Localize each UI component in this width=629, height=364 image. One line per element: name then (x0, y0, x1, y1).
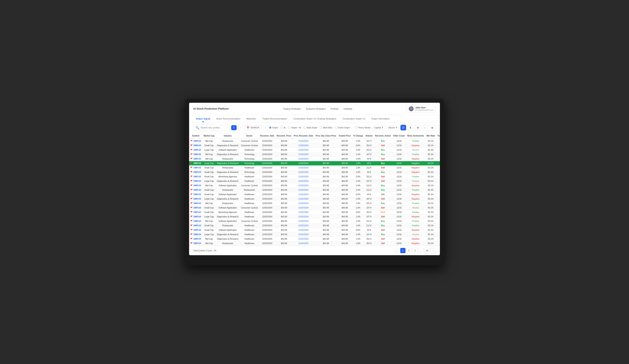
cell-market-cap: Large Cap (202, 197, 216, 201)
cell-killer-count: 12/16 (392, 148, 406, 152)
table-row[interactable]: 🚩 DMP.AX Mid Cap Diagnostics & Research … (189, 152, 440, 156)
nav-portfolio[interactable]: Portfolio (331, 108, 339, 110)
table-row[interactable]: 🚩 DMP.AX Large Cap Diagnostics & Researc… (189, 197, 440, 201)
tab-sniper-information[interactable]: Sniper Information (368, 115, 392, 122)
user-info[interactable]: JD John Doe johndoe@xyzweb.com (407, 105, 436, 113)
prev-date-link[interactable]: 21/02/2024 (298, 198, 309, 200)
table-row[interactable]: 🚩 DMP.AX Large Cap Diagnostics & Researc… (189, 214, 440, 219)
cell-market-cap: Small Cap (202, 192, 216, 197)
filter-button[interactable]: ⚙ (415, 125, 421, 130)
table-row[interactable]: 🚩 DMP.AX Large Cap Software Application … (189, 148, 440, 152)
date-picker[interactable]: 📅 06/06/24 (244, 125, 262, 130)
tab-sniper-signal[interactable]: Sniper Signal (193, 115, 213, 122)
table-row[interactable]: 🚩 DMP.AX Small Cap Software Application … (189, 192, 440, 197)
radio-ai[interactable]: Ai (281, 126, 286, 129)
prev-date-link[interactable]: 21/02/2024 (298, 144, 309, 147)
radio-sniper[interactable]: Sniper (269, 126, 278, 129)
radio-sniper-ai[interactable]: Sniper + Ai (288, 126, 301, 129)
prev-date-link[interactable]: 21/02/2024 (298, 158, 309, 160)
prev-date-link[interactable]: 21/02/2024 (298, 180, 309, 182)
table-row[interactable]: 🚩 DMP.AX Large Cap Diagnostics & Researc… (189, 179, 440, 183)
table-row[interactable]: 🚩 DMP.AX Small Cap Diagnostics & Researc… (189, 170, 440, 174)
cell-killer-count: 12/16 (392, 219, 406, 223)
table-row[interactable]: 🚩 DMP.AX Mid Cap Diagnostics & Research … (189, 237, 440, 241)
prev-date-link[interactable]: 21/02/2024 (298, 216, 309, 218)
table-view-button[interactable]: ☰ (400, 125, 406, 130)
page-1-button[interactable]: 1 (400, 248, 406, 253)
page-last-button[interactable]: 99 (425, 248, 430, 253)
prev-date-link[interactable]: 21/02/2024 (298, 140, 309, 142)
prev-date-link[interactable]: 21/02/2024 (298, 149, 309, 151)
cell-killer-count: 12/16 (392, 223, 406, 228)
radio-multi-killer[interactable]: Multi Killer (320, 126, 332, 129)
cell-industry: Restaurants (216, 201, 240, 206)
prev-date-link[interactable]: 21/02/2024 (298, 238, 309, 240)
cell-total-return: 1.0% (436, 237, 440, 241)
prev-date-link[interactable]: 21/02/2024 (298, 189, 309, 191)
tab-combination-sniper-v1[interactable]: Combination Sniper V1 (Trading Strategie… (291, 115, 339, 122)
prev-date-link[interactable]: 21/02/2024 (298, 162, 309, 164)
stocks-dropdown[interactable]: Stocks ▾ (386, 125, 399, 130)
prev-date-link[interactable]: 21/02/2024 (298, 220, 309, 222)
table-row[interactable]: 🚩 DMP.AX Small Cap Software Application … (189, 206, 440, 210)
tab-combination-sniper-v2[interactable]: Combination Sniper V2 (339, 115, 368, 122)
page-3-button[interactable]: 3 (412, 248, 418, 253)
prev-date-link[interactable]: 21/02/2024 (298, 242, 309, 244)
table-row[interactable]: 🚩 DMP.AX Large Cap Diagnostics & Researc… (189, 161, 440, 165)
table-row[interactable]: 🚩 DMP.AX Mid Cap Restaurants Technology … (189, 156, 440, 161)
table-row[interactable]: 🚩 DMP.AX Small Cap Restaurants Healthcar… (189, 223, 440, 228)
refresh-button[interactable]: ↻ (231, 125, 237, 130)
prev-date-link[interactable]: 21/02/2024 (298, 153, 309, 155)
prev-date-button[interactable]: ‹ (238, 125, 243, 130)
radio-multi-sniper[interactable]: Multi Sniper (304, 126, 317, 129)
radio-active-sniper[interactable]: Active Sniper → (335, 126, 353, 129)
sort-button[interactable]: ↕ (422, 125, 428, 130)
radio-penny-stocks[interactable]: Penny Stocks (355, 126, 370, 129)
prev-date-link[interactable]: 21/02/2024 (298, 167, 309, 169)
table-row[interactable]: 🚩 DMP.AX Mid Cap Software Application Co… (189, 219, 440, 223)
prev-date-link[interactable]: 21/02/2024 (298, 229, 309, 231)
tab-maturities[interactable]: Maturities (244, 115, 259, 122)
prev-date-link[interactable]: 21/02/2024 (298, 202, 309, 204)
table-row[interactable]: 🚩 DMP.AX Large Cap Diagnostics & Researc… (189, 232, 440, 237)
grid-button[interactable]: ⊞ (430, 125, 435, 130)
next-page-button[interactable]: › (431, 248, 436, 253)
prev-page-button[interactable]: ‹ (394, 248, 399, 253)
prev-date-link[interactable]: 21/02/2024 (298, 207, 309, 209)
prev-date-link[interactable]: 21/02/2024 (298, 171, 309, 173)
page-2-button[interactable]: 2 (406, 248, 412, 253)
nav-trading-strategies[interactable]: Trading Strategies (283, 108, 301, 110)
cell-volume: 251 K (364, 148, 374, 152)
table-row[interactable]: 🚩 DMP.AX Small Cap Software Application … (189, 228, 440, 232)
cell-prev-close-price: $43.98 (314, 232, 337, 237)
table-row[interactable]: 🚩 DMP.AX Mid Cap Restaurants Consumer Cy… (189, 139, 440, 143)
capital-dropdown[interactable]: Capital ▾ (372, 125, 385, 130)
next-date-button[interactable]: › (263, 125, 268, 130)
cell-sentiment: Negative (406, 197, 425, 201)
download-button[interactable]: ⬇ (408, 125, 413, 130)
cell-sentiment: Positive (406, 219, 425, 223)
prev-date-link[interactable]: 21/02/2024 (298, 193, 309, 196)
table-row[interactable]: 🚩 DMP.AX Small Cap Restaurants Restauran… (189, 188, 440, 192)
tab-traded-recommendation[interactable]: Traded Recommendation (259, 115, 290, 122)
tab-active-recommendation[interactable]: Active Recommendation (213, 115, 243, 122)
table-row[interactable]: 🚩 DMP.AX Small Cap Advertising Agencies … (189, 174, 440, 179)
nav-analyzed-strategies[interactable]: Analyzed Strategies (306, 108, 326, 110)
prev-date-link[interactable]: 21/02/2024 (298, 211, 309, 213)
nav-holdings[interactable]: Holdings (344, 108, 352, 110)
symbol-text: DMP.AX (193, 229, 201, 231)
cell-killer-count: 12/16 (392, 214, 406, 219)
table-row[interactable]: 🚩 DMP.AX Small Cap Diagnostics & Researc… (189, 143, 440, 148)
prev-date-link[interactable]: 21/02/2024 (298, 225, 309, 227)
table-row[interactable]: 🚩 DMP.AX Mid Cap Restaurants Healthcare … (189, 241, 440, 245)
prev-date-link[interactable]: 21/02/2024 (298, 176, 309, 178)
table-row[interactable]: 🚩 DMP.AX Mid Cap Software Application Co… (189, 183, 440, 188)
prev-date-link[interactable]: 21/02/2024 (298, 233, 309, 236)
search-input[interactable] (201, 126, 227, 129)
cell-sector: Consumer Cyclical (240, 219, 259, 223)
table-row[interactable]: 🚩 DMP.AX Small Cap Advertising Agencies … (189, 210, 440, 214)
search-box[interactable]: 🔍 (193, 124, 230, 131)
prev-date-link[interactable]: 21/02/2024 (298, 184, 309, 187)
table-row[interactable]: 🚩 DMP.AX Small Cap Restaurants Healthcar… (189, 165, 440, 170)
table-row[interactable]: 🚩 DMP.AX Mid Cap Restaurants Healthcare … (189, 201, 440, 206)
